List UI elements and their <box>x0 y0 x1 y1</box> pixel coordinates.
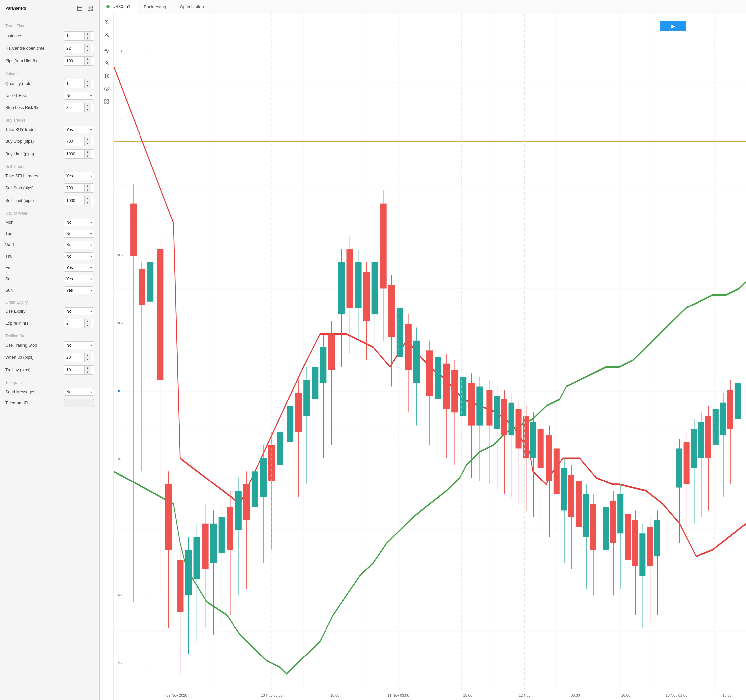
param-control-thu[interactable]: NoYes <box>64 252 94 260</box>
timeframe-m₂[interactable]: m₂ <box>114 117 126 121</box>
select-mon[interactable]: NoYes <box>64 218 94 227</box>
select-wrapper-use-expiry[interactable]: NoYes <box>64 308 94 315</box>
select-use-pct-risk[interactable]: NoYes <box>64 92 94 100</box>
select-wrapper-wed[interactable]: NoYes <box>64 241 94 249</box>
spin-input-trail-by[interactable] <box>65 367 84 373</box>
spin-input-buy-limit[interactable] <box>65 151 84 158</box>
select-take-sell[interactable]: YesNo <box>64 172 94 180</box>
select-wed[interactable]: NoYes <box>64 241 94 249</box>
param-control-fri[interactable]: YesNo <box>64 264 94 272</box>
spin-down-expire-hrs[interactable]: ▼ <box>85 323 91 328</box>
spin-down-buy-stop[interactable]: ▼ <box>85 141 91 146</box>
param-control-wed[interactable]: NoYes <box>64 241 94 249</box>
panel-icon-screenshot[interactable] <box>76 5 83 12</box>
spin-input-instance[interactable] <box>65 33 84 39</box>
spin-down-instance[interactable]: ▼ <box>85 36 91 40</box>
select-sat[interactable]: YesNo <box>64 275 94 283</box>
spin-down-pips-from[interactable]: ▼ <box>85 61 91 65</box>
timeframe-W₁[interactable]: W₁ <box>114 593 126 597</box>
param-control-use-trail[interactable]: NoYes <box>64 341 94 349</box>
param-control-when-up[interactable]: ▲▼ <box>64 353 94 362</box>
spin-down-sl-risk[interactable]: ▼ <box>85 108 91 112</box>
spin-down-h1-candle[interactable]: ▼ <box>85 48 91 53</box>
spin-input-sell-stop[interactable] <box>65 185 84 191</box>
select-wrapper-take-buy[interactable]: YesNo <box>64 126 94 134</box>
param-control-sat[interactable]: YesNo <box>64 275 94 283</box>
magnify-plus-button[interactable] <box>101 17 112 27</box>
select-take-buy[interactable]: YesNo <box>64 126 94 134</box>
select-wrapper-take-sell[interactable]: YesNo <box>64 172 94 180</box>
timeframe-m₅[interactable]: m₅ <box>114 185 126 189</box>
param-control-mon[interactable]: NoYes <box>64 218 94 227</box>
select-wrapper-use-trail[interactable]: NoYes <box>64 341 94 349</box>
spin-down-sell-stop[interactable]: ▼ <box>85 188 91 192</box>
param-control-buy-stop[interactable]: ▲▼ <box>64 137 94 146</box>
spin-up-instance[interactable]: ▲ <box>85 32 91 36</box>
spin-input-sell-limit[interactable] <box>65 197 84 204</box>
select-use-trail[interactable]: NoYes <box>64 341 94 349</box>
spin-input-buy-stop[interactable] <box>65 138 84 145</box>
param-control-pips-from[interactable]: ▲▼ <box>64 56 94 66</box>
timeframe-h₄[interactable]: h₄ <box>114 457 126 461</box>
spin-up-when-up[interactable]: ▲ <box>85 353 91 357</box>
param-control-telegram-id[interactable] <box>64 399 94 407</box>
params-scroll[interactable]: Trade TimeInstance▲▼H1 Candle open time▲… <box>0 17 99 700</box>
select-wrapper-mon[interactable]: NoYes <box>64 218 94 227</box>
select-wrapper-tue[interactable]: NoYes <box>64 230 94 238</box>
text-input-telegram-id[interactable] <box>64 399 94 407</box>
spin-down-when-up[interactable]: ▼ <box>85 357 91 362</box>
spin-up-quantity[interactable]: ▲ <box>85 80 91 84</box>
timeframe-m₁₅[interactable]: m₁₅ <box>114 253 126 257</box>
select-wrapper-sat[interactable]: YesNo <box>64 275 94 283</box>
panel-icon-grid[interactable] <box>87 5 94 12</box>
param-control-buy-limit[interactable]: ▲▼ <box>64 149 94 159</box>
tab-us30[interactable]: US30, h1 <box>100 0 137 14</box>
param-control-h1-candle[interactable]: ▲▼ <box>64 44 94 53</box>
spin-input-when-up[interactable] <box>65 354 84 361</box>
select-wrapper-fri[interactable]: YesNo <box>64 264 94 272</box>
spin-up-sl-risk[interactable]: ▲ <box>85 103 91 108</box>
spin-up-trail-by[interactable]: ▲ <box>85 366 91 370</box>
spin-down-trail-by[interactable]: ▼ <box>85 370 91 374</box>
spin-up-expire-hrs[interactable]: ▲ <box>85 319 91 323</box>
spin-input-h1-candle[interactable] <box>65 45 84 52</box>
param-control-sell-limit[interactable]: ▲▼ <box>64 196 94 205</box>
param-control-take-buy[interactable]: YesNo <box>64 126 94 134</box>
spin-down-quantity[interactable]: ▼ <box>85 84 91 88</box>
param-control-quantity[interactable]: ▲▼ <box>64 79 94 88</box>
param-control-take-sell[interactable]: YesNo <box>64 172 94 180</box>
select-sun[interactable]: YesNo <box>64 286 94 294</box>
settings-icon-button[interactable] <box>101 96 112 107</box>
param-control-sl-risk[interactable]: ▲▼ <box>64 103 94 112</box>
user-icon-button[interactable] <box>101 58 112 69</box>
param-control-tue[interactable]: NoYes <box>64 230 94 238</box>
timeframe-D₁[interactable]: D₁ <box>114 525 126 529</box>
select-tue[interactable]: NoYes <box>64 230 94 238</box>
spin-input-pips-from[interactable] <box>65 58 84 65</box>
tab-optimization[interactable]: Optimization <box>173 0 211 14</box>
param-control-send-msgs[interactable]: NoYes <box>64 388 94 396</box>
select-send-msgs[interactable]: NoYes <box>64 388 94 396</box>
tab-backtesting[interactable]: Backtesting <box>137 0 173 14</box>
timeframe-M₁[interactable]: M₁ <box>114 661 126 665</box>
select-use-expiry[interactable]: NoYes <box>64 308 94 315</box>
param-control-use-expiry[interactable]: NoYes <box>64 308 94 315</box>
select-wrapper-thu[interactable]: NoYes <box>64 252 94 260</box>
param-control-trail-by[interactable]: ▲▼ <box>64 365 94 375</box>
select-wrapper-use-pct-risk[interactable]: NoYes <box>64 92 94 100</box>
spin-up-buy-limit[interactable]: ▲ <box>85 150 91 154</box>
spin-up-pips-from[interactable]: ▲ <box>85 57 91 61</box>
timeframe-m₁[interactable]: m₁ <box>114 48 126 53</box>
spin-up-buy-stop[interactable]: ▲ <box>85 137 91 141</box>
layers-icon-button[interactable] <box>101 71 112 81</box>
spin-up-sell-stop[interactable]: ▲ <box>85 184 91 188</box>
spin-input-quantity[interactable] <box>65 80 84 87</box>
select-fri[interactable]: YesNo <box>64 264 94 272</box>
select-thu[interactable]: NoYes <box>64 252 94 260</box>
eye-icon-button[interactable] <box>101 83 112 94</box>
spin-down-sell-limit[interactable]: ▼ <box>85 201 91 205</box>
param-control-expire-hrs[interactable]: ▲▼ <box>64 319 94 328</box>
param-control-instance[interactable]: ▲▼ <box>64 31 94 41</box>
spin-up-sell-limit[interactable]: ▲ <box>85 196 91 201</box>
select-wrapper-send-msgs[interactable]: NoYes <box>64 388 94 396</box>
